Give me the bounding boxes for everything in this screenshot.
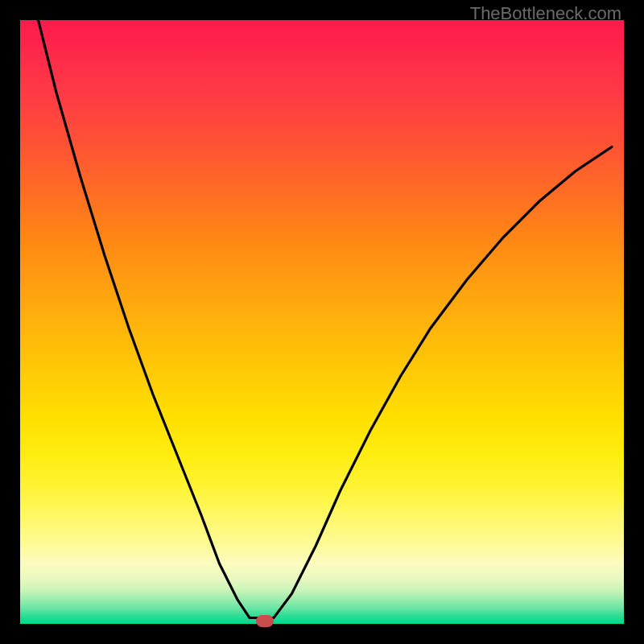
minimum-marker: [256, 615, 274, 627]
attribution-text: TheBottleneck.com: [470, 3, 621, 24]
chart-frame: TheBottleneck.com: [0, 0, 644, 644]
bottleneck-curve: [20, 20, 624, 624]
